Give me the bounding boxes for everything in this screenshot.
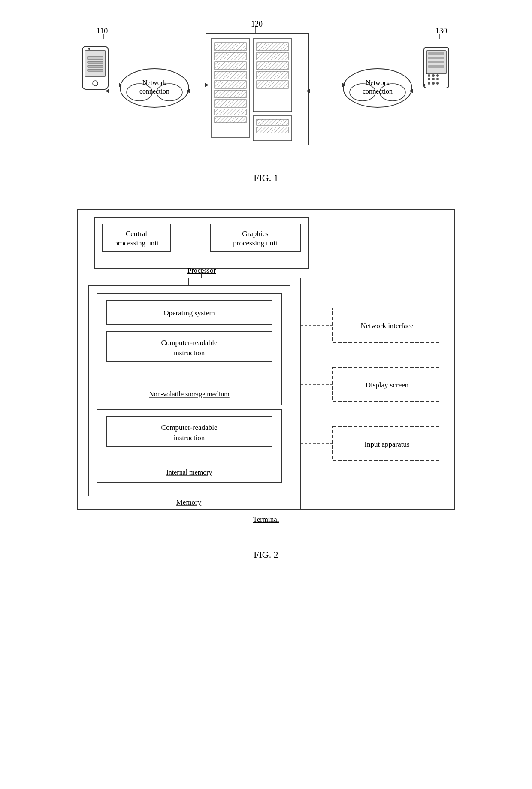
os-label: Operating system — [163, 309, 215, 317]
cloud-right-text2: connection — [363, 88, 393, 95]
imem-label: Internal memory — [166, 469, 212, 476]
device-right-phone — [424, 47, 449, 88]
svg-rect-37 — [257, 127, 288, 133]
svg-rect-31 — [257, 52, 288, 60]
svg-rect-33 — [257, 71, 288, 79]
svg-rect-71 — [102, 224, 171, 251]
label-120: 120 — [251, 20, 263, 28]
svg-rect-34 — [257, 81, 288, 88]
svg-rect-10 — [88, 69, 103, 71]
svg-rect-62 — [428, 57, 444, 59]
svg-point-59 — [432, 74, 435, 77]
svg-point-57 — [436, 82, 439, 85]
svg-rect-26 — [215, 100, 246, 107]
svg-rect-25 — [215, 90, 246, 98]
fig1-section: 110 120 130 — [26, 17, 506, 184]
svg-rect-9 — [88, 65, 103, 67]
svg-point-54 — [436, 78, 439, 80]
svg-rect-64 — [428, 65, 444, 68]
svg-rect-8 — [88, 61, 103, 63]
svg-rect-28 — [215, 117, 246, 123]
label-110: 110 — [97, 27, 108, 35]
cri1-label-line1: Computer-readable — [161, 339, 218, 347]
fig2-caption: FIG. 2 — [254, 549, 278, 560]
svg-rect-7 — [88, 56, 103, 60]
fig2-diagram: Central processing unit Graphics process… — [73, 205, 459, 541]
cloud-left-text: Network — [142, 79, 166, 86]
cpu-label-line2: processing unit — [114, 239, 159, 247]
cri2-label-line1: Computer-readable — [161, 423, 218, 432]
svg-point-53 — [432, 78, 435, 80]
gpu-label-line1: Graphics — [242, 230, 268, 238]
svg-rect-22 — [215, 62, 246, 70]
cloud-left: Network connection — [120, 69, 189, 107]
terminal-label: Terminal — [253, 515, 279, 523]
svg-point-6 — [88, 48, 90, 50]
fig1-diagram: 110 120 130 — [73, 17, 459, 165]
nvsm-label-line1: Non-volatile storage medium — [149, 390, 230, 398]
svg-point-56 — [432, 82, 435, 85]
cloud-right: Network connection — [343, 69, 412, 107]
cpu-label-line1: Central — [126, 230, 147, 238]
svg-rect-20 — [215, 43, 246, 51]
svg-point-58 — [428, 74, 430, 77]
svg-point-5 — [93, 81, 98, 86]
svg-marker-17 — [106, 89, 109, 93]
svg-rect-23 — [215, 71, 246, 79]
cri1-label-line2: instruction — [174, 349, 205, 357]
cri2-label-line2: instruction — [174, 434, 205, 442]
svg-rect-21 — [215, 52, 246, 60]
svg-rect-27 — [215, 109, 246, 115]
svg-rect-36 — [257, 119, 288, 125]
svg-rect-63 — [428, 61, 444, 63]
cloud-right-text: Network — [366, 79, 390, 86]
fig2-section: Central processing unit Graphics process… — [26, 205, 506, 560]
network-interface-label: Network interface — [360, 322, 413, 330]
svg-rect-61 — [428, 52, 444, 55]
svg-rect-24 — [215, 81, 246, 88]
fig1-caption: FIG. 1 — [254, 172, 278, 184]
input-apparatus-label: Input apparatus — [364, 440, 409, 448]
fig2-svg: Central processing unit Graphics process… — [73, 205, 459, 540]
label-130: 130 — [435, 27, 447, 35]
memory-label: Memory — [176, 498, 202, 506]
svg-point-60 — [436, 74, 439, 77]
cloud-left-text2: connection — [139, 88, 169, 95]
svg-rect-30 — [257, 43, 288, 51]
svg-rect-72 — [210, 224, 300, 251]
display-screen-label: Display screen — [366, 381, 409, 389]
fig1-svg: 110 120 130 — [73, 17, 459, 163]
svg-point-52 — [428, 78, 430, 80]
svg-rect-32 — [257, 62, 288, 70]
svg-point-55 — [428, 82, 430, 85]
gpu-label-line2: processing unit — [233, 239, 278, 247]
device-left-phone — [82, 46, 108, 89]
